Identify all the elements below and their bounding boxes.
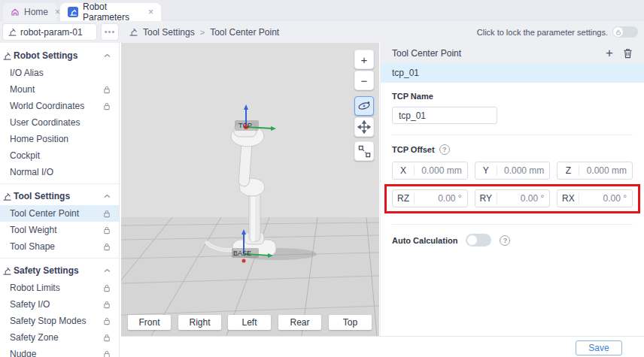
sidebar-item-safety-zone[interactable]: Safety Zone bbox=[0, 329, 119, 346]
orbit-rotate-button[interactable] bbox=[354, 96, 374, 116]
param-name-field[interactable]: robot-param-01 bbox=[2, 23, 97, 41]
sidebar-item-safety-stop-modes[interactable]: Safety Stop Modes bbox=[0, 313, 119, 329]
section-label: Tool Settings bbox=[14, 191, 102, 201]
delete-tcp-button[interactable] bbox=[623, 48, 633, 59]
lock-toggle-knob bbox=[613, 27, 623, 37]
more-options-button[interactable]: ••• bbox=[101, 23, 119, 41]
lock-icon bbox=[103, 317, 111, 325]
save-button[interactable]: Save bbox=[576, 340, 622, 355]
sidebar-section-tool-settings[interactable]: Tool Settings bbox=[0, 187, 119, 205]
measure-icon bbox=[358, 145, 371, 158]
view-front-button[interactable]: Front bbox=[128, 315, 171, 330]
robot-arm-icon bbox=[8, 28, 17, 36]
robot-3d-viewport[interactable]: TCP BASE + − Front Right Left Rear Top bbox=[121, 43, 379, 336]
toolbar: robot-param-01 ••• Tool Settings > Tool … bbox=[0, 21, 644, 43]
auto-calculation-help-icon[interactable]: ? bbox=[500, 235, 510, 246]
view-rear-button[interactable]: Rear bbox=[278, 315, 321, 330]
svg-text:BASE: BASE bbox=[233, 250, 251, 257]
chevron-up-icon bbox=[104, 268, 111, 273]
tab-robot-parameters-label: Robot Parameters bbox=[83, 2, 141, 23]
sidebar-item-io-alias[interactable]: I/O Alias bbox=[0, 65, 119, 81]
divider bbox=[392, 224, 633, 225]
tcp-settings-panel: Tool Center Point + tcp_01 TCP Name tcp_… bbox=[380, 43, 644, 336]
breadcrumb-page: Tool Center Point bbox=[210, 27, 279, 38]
offset-z-field[interactable]: Z 0.000 mm bbox=[557, 162, 633, 180]
robot-3d-scene: TCP BASE bbox=[121, 43, 379, 336]
offset-rx-field[interactable]: RX 0.00 ° bbox=[557, 189, 633, 207]
tab-robot-parameters-close-icon[interactable]: × bbox=[148, 7, 153, 17]
tcp-offset-label: TCP Offset ? bbox=[392, 144, 633, 155]
divider bbox=[392, 135, 633, 135]
home-icon bbox=[11, 8, 20, 17]
lock-hint-text: Click to lock the parameter settings. bbox=[477, 21, 608, 43]
sidebar-item-world-coordinates[interactable]: World Coordinates bbox=[0, 98, 119, 114]
sidebar-item-tool-center-point[interactable]: Tool Center Point bbox=[0, 205, 119, 222]
svg-text:TCP: TCP bbox=[238, 122, 252, 129]
auto-calculation-label: Auto Calculation bbox=[392, 236, 457, 245]
orbit-icon bbox=[357, 99, 371, 113]
tab-bar: Home × Robot Parameters × bbox=[0, 0, 644, 21]
offset-y-field[interactable]: Y 0.000 mm bbox=[475, 162, 551, 180]
breadcrumb-separator: > bbox=[200, 28, 205, 37]
offset-rotation-row: RZ 0.00 ° RY 0.00 ° RX 0.00 ° bbox=[392, 189, 633, 207]
lock-icon bbox=[103, 226, 111, 234]
sidebar-item-safety-io[interactable]: Safety I/O bbox=[0, 296, 119, 313]
panel-header: Tool Center Point + bbox=[381, 43, 644, 63]
tcp-offset-help-icon[interactable]: ? bbox=[439, 144, 450, 155]
chevron-up-icon bbox=[104, 53, 111, 58]
sidebar-item-cockpit[interactable]: Cockpit bbox=[0, 147, 119, 164]
sidebar-item-tool-weight[interactable]: Tool Weight bbox=[0, 222, 119, 238]
robot-arm-icon bbox=[3, 192, 11, 201]
sidebar-item-home-position[interactable]: Home Position bbox=[0, 131, 119, 147]
zoom-in-button[interactable]: + bbox=[354, 50, 374, 69]
section-label: Robot Settings bbox=[14, 50, 102, 61]
robot-arm-icon bbox=[129, 28, 138, 36]
divider bbox=[0, 183, 119, 184]
tab-robot-parameters[interactable]: Robot Parameters × bbox=[60, 3, 161, 21]
sidebar-section-robot-settings[interactable]: Robot Settings bbox=[0, 47, 119, 65]
section-label: Safety Settings bbox=[14, 265, 102, 276]
sidebar-item-user-coordinates[interactable]: User Coordinates bbox=[0, 114, 119, 131]
trash-icon bbox=[623, 48, 633, 59]
divider bbox=[0, 258, 119, 259]
chevron-up-icon bbox=[104, 194, 111, 198]
offset-x-field[interactable]: X 0.000 mm bbox=[392, 162, 468, 180]
add-tcp-button[interactable]: + bbox=[606, 48, 613, 59]
sidebar-item-tool-shape[interactable]: Tool Shape bbox=[0, 238, 119, 255]
view-top-button[interactable]: Top bbox=[329, 315, 372, 330]
sidebar-item-mount[interactable]: Mount bbox=[0, 81, 119, 98]
pan-button[interactable] bbox=[354, 117, 374, 137]
tcp-name-label: TCP Name bbox=[392, 92, 633, 101]
view-left-button[interactable]: Left bbox=[228, 315, 271, 330]
offset-rz-field[interactable]: RZ 0.00 ° bbox=[392, 189, 468, 207]
tcp-name-input[interactable]: tcp_01 bbox=[392, 107, 497, 124]
auto-calculation-toggle[interactable] bbox=[466, 234, 491, 247]
tab-home-label: Home bbox=[24, 7, 48, 17]
lock-icon bbox=[103, 210, 111, 218]
parameter-lock-toggle[interactable] bbox=[612, 26, 638, 38]
offset-position-row: X 0.000 mm Y 0.000 mm Z 0.000 mm bbox=[392, 162, 633, 180]
param-name-value: robot-param-01 bbox=[20, 27, 83, 38]
sidebar-item-normal-io[interactable]: Normal I/O bbox=[0, 164, 119, 180]
lock-icon bbox=[103, 102, 111, 110]
breadcrumb-section[interactable]: Tool Settings bbox=[143, 27, 195, 38]
sidebar-section-safety-settings[interactable]: Safety Settings bbox=[0, 262, 119, 280]
sidebar-item-robot-limits[interactable]: Robot Limits bbox=[0, 280, 119, 296]
lock-icon bbox=[103, 284, 111, 292]
tcp-list-item-label: tcp_01 bbox=[392, 68, 419, 78]
tab-home-close-icon[interactable]: × bbox=[55, 7, 60, 17]
lock-icon bbox=[103, 334, 111, 342]
robot-parameters-icon bbox=[68, 7, 78, 17]
panel-body: TCP Name tcp_01 TCP Offset ? X 0.000 mm … bbox=[381, 83, 644, 247]
panel-title: Tool Center Point bbox=[392, 48, 596, 59]
sidebar-item-nudge[interactable]: Nudge bbox=[0, 346, 119, 357]
tab-home[interactable]: Home × bbox=[3, 3, 57, 21]
lock-icon bbox=[103, 350, 111, 357]
rotation-highlight-annotation: RZ 0.00 ° RY 0.00 ° RX 0.00 ° bbox=[384, 184, 640, 213]
zoom-out-button[interactable]: − bbox=[354, 71, 374, 90]
tcp-list-item-tcp01[interactable]: tcp_01 bbox=[381, 63, 644, 83]
offset-ry-field[interactable]: RY 0.00 ° bbox=[475, 189, 551, 207]
robot-arm-icon bbox=[3, 52, 11, 60]
view-right-button[interactable]: Right bbox=[178, 315, 221, 330]
measure-points-button[interactable] bbox=[354, 141, 374, 161]
